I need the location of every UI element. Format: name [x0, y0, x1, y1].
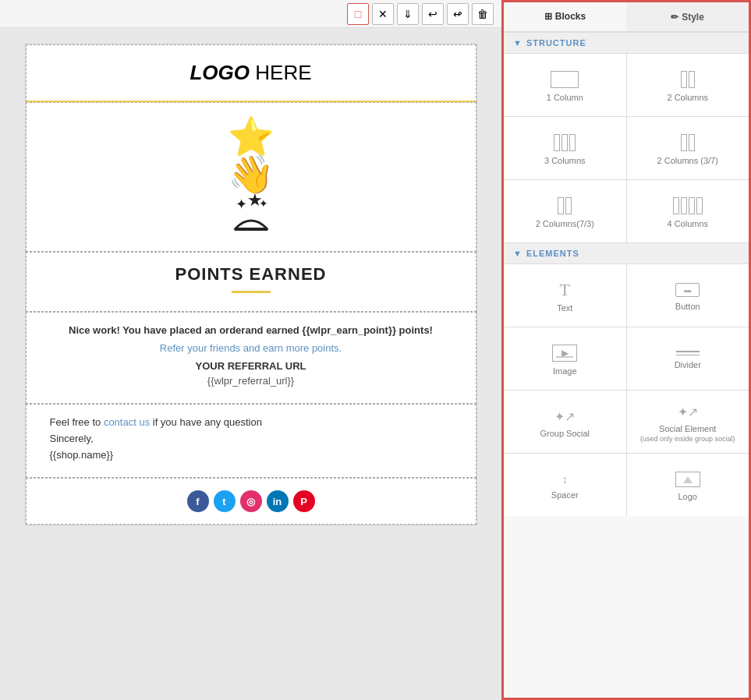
text-icon: T	[560, 281, 570, 299]
image-icon: ▶	[552, 345, 577, 362]
logo-bold-text: LOGO	[190, 61, 250, 84]
block-button[interactable]: ▬ Button	[627, 264, 749, 327]
svg-text:✦: ✦	[236, 196, 247, 212]
group-social-label: Group Social	[540, 429, 590, 438]
2col-label: 2 Columns	[667, 93, 708, 102]
top-toolbar: □ ✕ ⇓ ↩ ↫ 🗑	[0, 0, 501, 28]
block-divider[interactable]: Divider	[627, 327, 749, 390]
referral-url-label: YOUR REFERRAL URL	[50, 360, 452, 372]
2col37-icon	[681, 134, 695, 151]
button-label: Button	[675, 302, 700, 311]
email-text-section: Nice work! You have placed an orderand e…	[26, 312, 476, 404]
tab-blocks[interactable]: ⊞ Blocks	[504, 2, 626, 31]
text-label: Text	[557, 303, 572, 313]
3col-icon	[554, 134, 576, 151]
svg-text:✦: ✦	[259, 197, 268, 210]
tab-style[interactable]: ✏ Style	[626, 2, 749, 31]
block-3-columns[interactable]: 3 Columns	[504, 117, 626, 179]
contact-link[interactable]: contact us	[104, 416, 150, 428]
pinterest-social-icon[interactable]: P	[293, 490, 315, 512]
block-4-columns[interactable]: 4 Columns	[627, 180, 749, 242]
image-label: Image	[553, 366, 577, 376]
email-logo-section: LOGO HERE	[26, 44, 476, 102]
elements-arrow-icon: ▼	[513, 249, 523, 258]
structure-section-header: ▼ STRUCTURE	[504, 32, 749, 54]
referral-url-value: {{wlpr_referral_url}}	[50, 375, 452, 387]
email-container: LOGO HERE ⭐👋 ✦ ★ ✦ POINTS EA	[25, 44, 477, 684]
refer-friends-link[interactable]: Refer your friends and earn more points.	[160, 342, 342, 354]
points-title: POINTS EARNED	[42, 264, 460, 285]
1col-icon	[551, 71, 579, 88]
toolbar-undo-btn[interactable]: ↩	[422, 3, 444, 25]
blocks-tab-label: Blocks	[555, 11, 586, 22]
1col-label: 1 Column	[547, 93, 583, 102]
toolbar-square-btn[interactable]: □	[347, 3, 369, 25]
email-icon-section: ⭐👋 ✦ ★ ✦	[26, 102, 476, 252]
svg-rect-3	[234, 228, 268, 231]
email-social-section: f t ◎ in P	[26, 478, 476, 525]
block-image[interactable]: ▶ Image	[504, 327, 626, 390]
right-panel: ⊞ Blocks ✏ Style ▼ STRUCTURE 1 Column	[501, 0, 751, 700]
block-2-columns-73[interactable]: 2 Columns(7/3)	[504, 180, 626, 242]
blocks-tab-icon: ⊞	[544, 11, 552, 22]
4col-icon	[673, 197, 703, 214]
email-contact-section: Feel free to contact us if you have any …	[26, 404, 476, 478]
divider-icon	[676, 351, 700, 355]
twitter-social-icon[interactable]: t	[214, 490, 236, 512]
points-earned-text: Nice work! You have placed an orderand e…	[50, 324, 452, 336]
toolbar-redo-btn[interactable]: ↫	[447, 3, 469, 25]
group-social-icon: ✦↗	[554, 409, 575, 424]
style-tab-icon: ✏	[671, 12, 678, 23]
facebook-social-icon[interactable]: f	[187, 490, 209, 512]
linkedin-social-icon[interactable]: in	[267, 490, 289, 512]
toolbar-download-btn[interactable]: ⇓	[397, 3, 419, 25]
elements-section-header: ▼ ELEMENTS	[504, 242, 749, 264]
block-1-column[interactable]: 1 Column	[504, 54, 626, 116]
star-hand-icon: ⭐👋	[42, 118, 460, 193]
block-spacer[interactable]: ↕ Spacer	[504, 454, 626, 516]
points-underline	[232, 291, 271, 293]
3col-label: 3 Columns	[544, 156, 586, 165]
2col37-label: 2 Columns (3/7)	[657, 156, 718, 165]
block-text[interactable]: T Text	[504, 264, 626, 327]
social-element-label: Social Element (used only inside group s…	[640, 424, 735, 443]
elements-header-label: ELEMENTS	[526, 249, 579, 258]
block-group-social[interactable]: ✦↗ Group Social	[504, 391, 626, 453]
4col-label: 4 Columns	[667, 219, 708, 228]
social-element-icon: ✦↗	[678, 405, 698, 419]
spacer-icon: ↕	[562, 473, 568, 486]
email-points-section: POINTS EARNED	[26, 252, 476, 312]
button-icon: ▬	[675, 283, 700, 297]
structure-blocks-grid: 1 Column 2 Columns 3 Columns	[504, 54, 749, 242]
block-2-columns[interactable]: 2 Columns	[627, 54, 749, 116]
star-hand-svg: ✦ ★ ✦	[228, 193, 275, 232]
block-social-element[interactable]: ✦↗ Social Element (used only inside grou…	[627, 391, 749, 453]
structure-header-label: STRUCTURE	[526, 38, 586, 48]
shop-name-text: {{shop.name}}	[50, 449, 460, 461]
email-preview-area: □ ✕ ⇓ ↩ ↫ 🗑 LOGO HERE ⭐👋 ✦	[0, 0, 501, 700]
panel-tabs: ⊞ Blocks ✏ Style	[504, 2, 749, 32]
contact-line1: Feel free to contact us if you have any …	[50, 416, 460, 428]
logo-icon	[675, 472, 700, 487]
2col73-label: 2 Columns(7/3)	[536, 219, 594, 228]
instagram-social-icon[interactable]: ◎	[240, 490, 262, 512]
sincerely-text: Sincerely,	[50, 433, 460, 444]
structure-arrow-icon: ▼	[513, 38, 523, 48]
logo-rest-text: HERE	[250, 61, 311, 84]
2col73-icon	[558, 197, 572, 214]
block-logo[interactable]: Logo	[627, 454, 749, 516]
divider-label: Divider	[675, 360, 701, 369]
style-tab-label: Style	[682, 12, 704, 23]
2col-icon	[681, 71, 695, 88]
block-2-columns-37[interactable]: 2 Columns (3/7)	[627, 117, 749, 179]
social-icons-group: f t ◎ in P	[38, 490, 464, 512]
spacer-label: Spacer	[551, 490, 579, 500]
toolbar-delete-btn[interactable]: 🗑	[472, 3, 494, 25]
elements-blocks-grid: T Text ▬ Button ▶ Image	[504, 264, 749, 516]
logo-label: Logo	[678, 492, 697, 501]
toolbar-close-btn[interactable]: ✕	[372, 3, 394, 25]
